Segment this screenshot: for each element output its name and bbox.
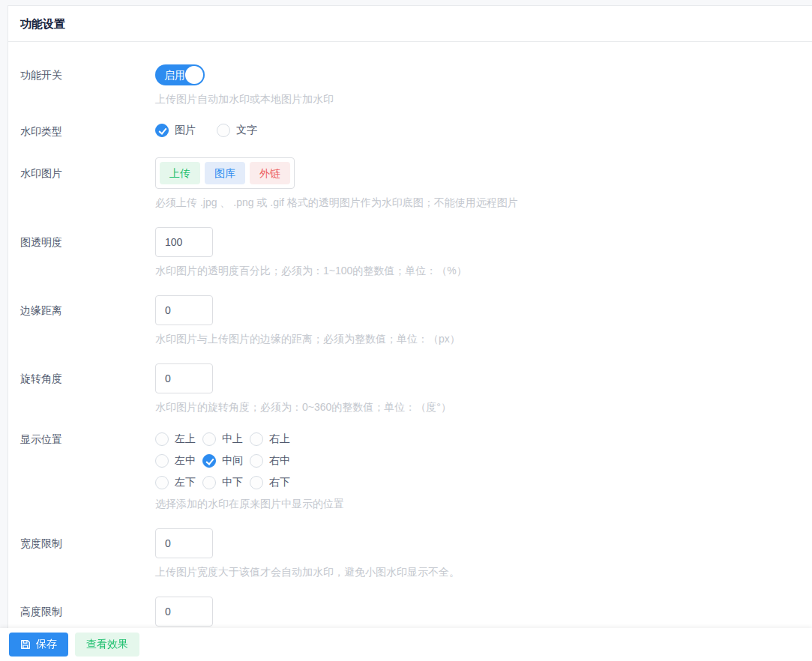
radio-unchecked-icon <box>250 432 263 446</box>
settings-form: 功能开关 启用 上传图片自动加水印或本地图片加水印 水印类型 图片 文字 <box>8 42 812 627</box>
row-edge-margin: 边缘距离 水印图片与上传图片的边缘的距离；必须为整数值；单位：（px） <box>8 295 812 345</box>
external-link-button[interactable]: 外链 <box>250 162 290 184</box>
radio-position-top-right[interactable]: 右上 <box>250 432 297 446</box>
height-limit-input[interactable] <box>155 597 213 627</box>
radio-unchecked-icon <box>250 476 263 489</box>
opacity-help: 水印图片的透明度百分比；必须为：1~100的整数值；单位：（%） <box>155 265 812 277</box>
position-row-bottom: 左下 中下 右下 <box>155 475 812 490</box>
rotation-input[interactable] <box>155 363 213 393</box>
radio-position-bottom-center[interactable]: 中下 <box>202 476 250 489</box>
width-limit-help: 上传图片宽度大于该值才会自动加水印，避免小图水印显示不全。 <box>155 566 812 579</box>
row-height-limit: 高度限制 <box>8 597 812 627</box>
edge-margin-help: 水印图片与上传图片的边缘的距离；必须为整数值；单位：（px） <box>155 333 812 345</box>
preview-effect-button[interactable]: 查看效果 <box>75 633 139 657</box>
save-icon <box>20 639 31 650</box>
height-limit-label: 高度限制 <box>8 597 155 627</box>
radio-unchecked-icon <box>250 454 263 468</box>
radio-type-image[interactable]: 图片 <box>155 124 196 137</box>
function-switch-label: 功能开关 <box>8 64 155 106</box>
radio-position-middle-left[interactable]: 左中 <box>155 454 202 468</box>
function-switch-help: 上传图片自动加水印或本地图片加水印 <box>155 93 812 106</box>
radio-checked-icon <box>155 124 169 137</box>
radio-unchecked-icon <box>202 432 216 446</box>
opacity-input[interactable] <box>155 227 213 257</box>
watermark-type-label: 水印类型 <box>8 124 155 139</box>
radio-type-text[interactable]: 文字 <box>217 124 257 137</box>
row-watermark-type: 水印类型 图片 文字 <box>8 124 812 139</box>
width-limit-label: 宽度限制 <box>8 528 155 579</box>
opacity-label: 图透明度 <box>8 227 155 277</box>
edge-margin-input[interactable] <box>155 295 213 325</box>
radio-position-bottom-left[interactable]: 左下 <box>155 476 202 489</box>
width-limit-input[interactable] <box>155 528 213 558</box>
radio-unchecked-icon <box>155 454 169 468</box>
position-row-top: 左上 中上 右上 <box>155 432 812 447</box>
radio-unchecked-icon <box>155 432 169 446</box>
upload-button[interactable]: 上传 <box>160 162 200 184</box>
radio-checked-icon <box>202 454 216 468</box>
row-width-limit: 宽度限制 上传图片宽度大于该值才会自动加水印，避免小图水印显示不全。 <box>8 528 812 579</box>
gallery-button[interactable]: 图库 <box>205 162 245 184</box>
radio-unchecked-icon <box>155 476 169 489</box>
radio-position-top-left[interactable]: 左上 <box>155 432 202 446</box>
page-title: 功能设置 <box>8 6 812 42</box>
toggle-state-label: 启用 <box>164 64 185 85</box>
footer-action-bar: 保存 查看效果 <box>0 628 812 661</box>
radio-type-image-label: 图片 <box>175 124 196 137</box>
radio-unchecked-icon <box>217 124 230 137</box>
rotation-label: 旋转角度 <box>8 363 155 414</box>
watermark-image-help: 必须上传 .jpg 、 .png 或 .gif 格式的透明图片作为水印底图；不能… <box>155 196 812 209</box>
settings-card: 功能设置 功能开关 启用 上传图片自动加水印或本地图片加水印 水印类型 图片 <box>7 5 812 661</box>
position-row-middle: 左中 中间 右中 <box>155 453 812 468</box>
rotation-help: 水印图片的旋转角度；必须为：0~360的整数值；单位：（度°） <box>155 401 812 414</box>
row-opacity: 图透明度 水印图片的透明度百分比；必须为：1~100的整数值；单位：（%） <box>8 227 812 277</box>
row-rotation: 旋转角度 水印图片的旋转角度；必须为：0~360的整数值；单位：（度°） <box>8 363 812 414</box>
save-button-label: 保存 <box>36 638 57 651</box>
watermark-image-label: 水印图片 <box>8 157 155 209</box>
radio-position-middle-right[interactable]: 右中 <box>250 454 297 468</box>
save-button[interactable]: 保存 <box>9 633 68 657</box>
radio-position-bottom-right[interactable]: 右下 <box>250 476 297 489</box>
radio-type-text-label: 文字 <box>236 124 257 137</box>
radio-unchecked-icon <box>202 476 216 489</box>
row-function-switch: 功能开关 启用 上传图片自动加水印或本地图片加水印 <box>8 64 812 106</box>
edge-margin-label: 边缘距离 <box>8 295 155 345</box>
row-position: 显示位置 左上 中上 右上 <box>8 432 812 510</box>
position-label: 显示位置 <box>8 432 155 510</box>
row-watermark-image: 水印图片 上传 图库 外链 必须上传 .jpg 、 .png 或 .gif 格式… <box>8 157 812 209</box>
position-help: 选择添加的水印在原来图片中显示的位置 <box>155 498 812 510</box>
radio-position-top-center[interactable]: 中上 <box>202 432 250 446</box>
enable-toggle[interactable]: 启用 <box>155 64 205 85</box>
toggle-knob-icon <box>185 66 203 84</box>
watermark-image-button-group: 上传 图库 外链 <box>155 157 295 189</box>
radio-position-center[interactable]: 中间 <box>202 454 250 468</box>
